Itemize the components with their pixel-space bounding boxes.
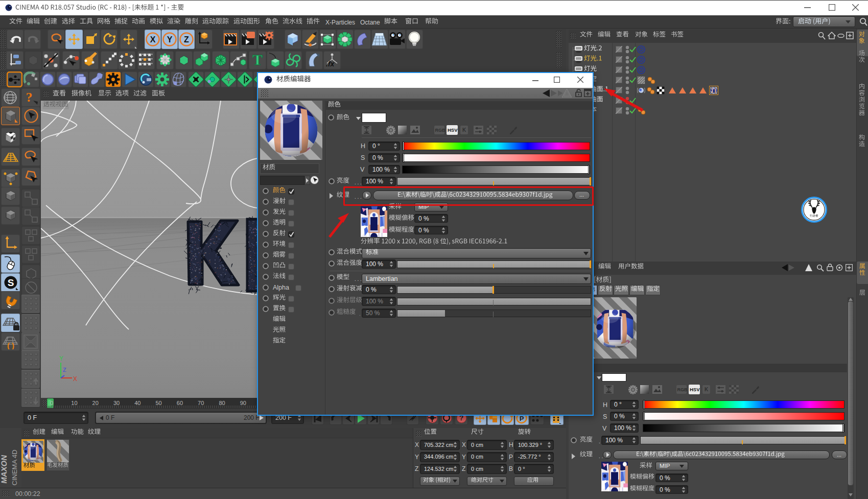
svg-text:?: ? xyxy=(26,90,33,105)
svg-text:Y: Y xyxy=(59,355,63,362)
svg-text:S: S xyxy=(8,277,14,288)
svg-text:Y: Y xyxy=(167,35,173,44)
svg-text:Z: Z xyxy=(184,35,189,44)
svg-text:.fx: .fx xyxy=(326,60,335,68)
svg-text:( ): ( ) xyxy=(7,341,14,349)
svg-text:X: X xyxy=(150,35,156,44)
svg-text:T: T xyxy=(252,52,263,67)
svg-text:Z: Z xyxy=(63,367,66,373)
svg-text:X: X xyxy=(73,375,77,383)
